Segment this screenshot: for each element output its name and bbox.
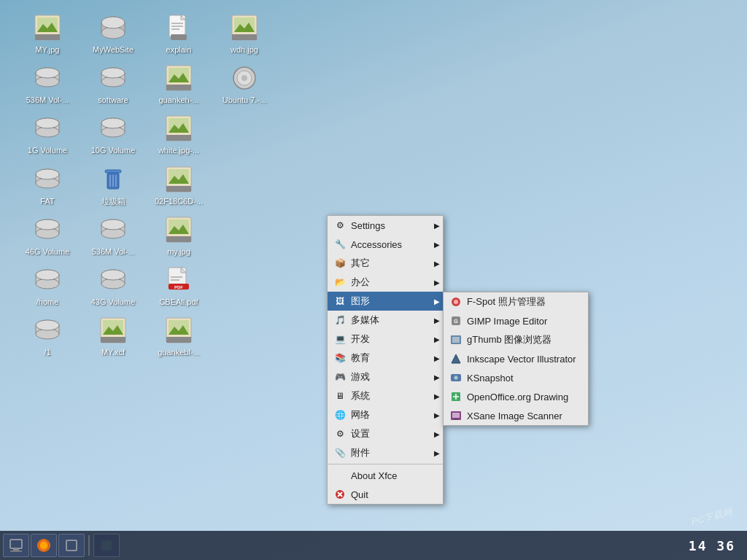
- desktop-icon-my-jpg2[interactable]: my.jpg: [146, 209, 212, 260]
- submenu-item-gimp[interactable]: G GIMP Image Editor: [444, 311, 588, 330]
- desktop-icon-software[interactable]: software: [80, 58, 146, 108]
- menu-item-label: Settings: [351, 220, 385, 231]
- icon-label: explain: [166, 45, 192, 55]
- desktop-icon-slash1[interactable]: /1: [15, 310, 80, 360]
- image-file-icon: [164, 114, 193, 143]
- svg-text:PDF: PDF: [174, 285, 183, 289]
- icon-label: 10G Volume: [91, 146, 136, 155]
- submenu-item-label: Inkscape Vector Illustrator: [467, 354, 576, 365]
- inkscape-icon: [449, 352, 462, 365]
- icon-label: MyWebSite: [93, 45, 133, 55]
- menu-item-accessories[interactable]: 🔧 Accessories ▶: [328, 235, 443, 254]
- desktop-icon-white-jpg[interactable]: white.jpg-...: [146, 108, 212, 158]
- icon-label: 02F18C6D-...: [155, 197, 203, 206]
- submenu-item-fspot[interactable]: F-Spot 照片管理器: [444, 292, 588, 311]
- menu-item-graphics[interactable]: 🖼 图形 ▶ F-Spot 照片管理器 G GIMP Image Editor: [328, 292, 443, 311]
- icon-row-2: 1G Volume 10G Volume: [15, 108, 277, 158]
- desktop-icon-536m-2[interactable]: 536M Vol-...: [80, 209, 146, 260]
- desktop-icon-my-xcf[interactable]: MY.xcf: [80, 310, 146, 360]
- desktop-icon-wdh-jpg[interactable]: wdh.jpg: [212, 7, 277, 58]
- drive-icon: [98, 13, 128, 42]
- taskbar-window-btn[interactable]: [58, 534, 85, 557]
- desktop-icon-guankebl[interactable]: guankebl-...: [146, 310, 212, 360]
- icon-label: MY.jpg: [36, 45, 60, 55]
- settings2-icon: ⚙: [333, 427, 347, 440]
- menu-item-office[interactable]: 📂 办公 ▶: [328, 273, 443, 292]
- desktop-icon-mywebsite[interactable]: MyWebSite: [80, 7, 146, 58]
- svg-point-87: [36, 320, 59, 330]
- submenu-item-ksnapshot[interactable]: KSnapshot: [444, 368, 588, 387]
- desktop-icon-explain[interactable]: explain: [146, 7, 212, 58]
- submenu-item-gthumb[interactable]: gThumb 图像浏览器: [444, 330, 588, 349]
- svg-text:G: G: [454, 319, 458, 324]
- taskbar-firefox-btn[interactable]: [31, 534, 57, 557]
- svg-rect-17: [232, 34, 257, 40]
- image-file-icon: [164, 63, 193, 93]
- icon-label: guankebl-...: [158, 348, 199, 357]
- dev-icon: 💻: [333, 332, 347, 346]
- multimedia-icon: 🎵: [333, 314, 347, 327]
- menu-item-system[interactable]: 🖥 系统 ▶: [328, 386, 443, 405]
- desktop-icon-46g[interactable]: 46G Volume: [15, 209, 80, 260]
- submenu-item-label: gThumb 图像浏览器: [467, 333, 551, 346]
- submenu-item-openoffice-drawing[interactable]: OpenOffice.org Drawing: [444, 387, 588, 406]
- menu-item-about-xfce[interactable]: About Xfce: [328, 466, 443, 485]
- desktop-icons: MY.jpg MyWebSite: [15, 7, 277, 360]
- taskbar-app-window[interactable]: [93, 534, 120, 557]
- icon-label: CBEAll.pdf: [159, 298, 198, 307]
- icon-row-6: /1 MY.xcf guanke: [15, 310, 277, 360]
- desktop-icon-536m-1[interactable]: 536M Vol-...: [15, 58, 80, 108]
- desktop-icon-1g[interactable]: 1G Volume: [15, 108, 80, 158]
- menu-item-settings2[interactable]: ⚙ 设置 ▶: [328, 424, 443, 443]
- menu-item-quit[interactable]: Quit: [328, 485, 443, 504]
- icon-label: 43G Volume: [91, 298, 136, 307]
- arrow-icon: ▶: [434, 411, 440, 419]
- about-icon: [333, 469, 347, 482]
- menu-item-other[interactable]: 📦 其它 ▶: [328, 254, 443, 273]
- svg-rect-115: [13, 548, 19, 551]
- icon-label: 垃圾箱: [101, 197, 125, 206]
- menu-item-network[interactable]: 🌐 网络 ▶: [328, 405, 443, 424]
- submenu-item-inkscape[interactable]: Inkscape Vector Illustrator: [444, 349, 588, 368]
- desktop-icon-02f18c6d[interactable]: 02F18C6D-...: [146, 159, 212, 209]
- desktop-icon-home[interactable]: /home: [15, 260, 80, 310]
- desktop-icon-43g[interactable]: 43G Volume: [80, 260, 146, 310]
- desktop-icon-my-jpg[interactable]: MY.jpg: [15, 7, 80, 58]
- submenu-item-xsane[interactable]: XSane Image Scanner: [444, 406, 588, 425]
- system-icon: 🖥: [333, 389, 347, 402]
- desktop-icon-fat[interactable]: FAT: [15, 159, 80, 209]
- menu-divider: [328, 464, 443, 464]
- image-file-icon: [98, 316, 128, 345]
- svg-point-36: [36, 118, 59, 128]
- desktop-icon-ubuntu[interactable]: Ubuntu 7.-...: [212, 58, 277, 108]
- fspot-icon: [449, 295, 462, 308]
- submenu-item-label: KSnapshot: [467, 373, 514, 384]
- pdf-icon: PDF: [164, 265, 193, 295]
- desktop-icon-guankeh[interactable]: guankeh-...: [146, 58, 212, 108]
- menu-item-education[interactable]: 📚 教育 ▶: [328, 349, 443, 368]
- arrow-icon: ▶: [434, 222, 440, 230]
- svg-rect-69: [166, 236, 191, 242]
- svg-point-48: [36, 169, 59, 179]
- menu-item-multimedia[interactable]: 🎵 多媒体 ▶: [328, 311, 443, 330]
- menu-item-games[interactable]: 🎮 游戏 ▶: [328, 368, 443, 386]
- desktop-icon-10g[interactable]: 10G Volume: [80, 108, 146, 158]
- taskbar-desktop-btn[interactable]: [3, 534, 29, 557]
- menu-item-accessories2[interactable]: 📎 附件 ▶: [328, 443, 443, 462]
- menu-item-label: 系统: [351, 389, 370, 402]
- menu-item-label: 游戏: [351, 370, 370, 384]
- svg-point-61: [36, 219, 59, 230]
- trash-icon: [98, 165, 128, 194]
- education-icon: 📚: [333, 351, 347, 365]
- desktop-icon-trash[interactable]: 垃圾箱: [80, 159, 146, 209]
- menu-item-label: Accessories: [351, 239, 402, 250]
- arrow-icon: ▶: [434, 430, 440, 438]
- drive-icon: [98, 63, 128, 93]
- other-icon: 📦: [333, 257, 347, 270]
- svg-rect-57: [166, 186, 191, 192]
- menu-item-dev[interactable]: 💻 开发 ▶: [328, 330, 443, 349]
- menu-item-settings[interactable]: ⚙ Settings ▶: [328, 216, 443, 235]
- svg-point-65: [101, 219, 125, 230]
- desktop-icon-cbeall-pdf[interactable]: PDF CBEAll.pdf: [146, 260, 212, 310]
- quit-icon: [333, 488, 347, 501]
